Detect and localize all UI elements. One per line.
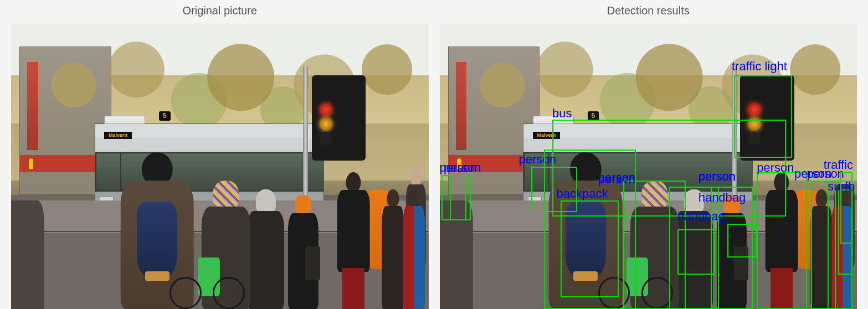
comparison-container: Original picture 5 Malvern 151 [0, 0, 868, 309]
detection-image: 5 Malvern 151 [440, 24, 857, 309]
person-right-2 [399, 189, 429, 309]
tram-roof-unit [104, 116, 145, 124]
tram-roof-unit [533, 116, 574, 124]
red-lamp-icon [748, 103, 761, 116]
traffic-light-left-icon [317, 86, 336, 149]
amber-lamp-icon [748, 117, 761, 131]
off-lamp-icon [748, 132, 761, 145]
traffic-light-right-icon [769, 86, 788, 149]
person-black-coat [328, 172, 378, 309]
red-lamp-icon [320, 103, 333, 116]
bicycle-icon [598, 269, 674, 309]
detection-title: Detection results [440, 0, 857, 24]
traffic-light-right-icon [341, 86, 359, 149]
bicycle-icon [170, 269, 245, 309]
original-image: 5 Malvern 151 [11, 24, 429, 309]
tram-route-badge: 5 [588, 111, 599, 121]
amber-lamp-icon [320, 117, 333, 131]
person-edge [440, 200, 473, 309]
traffic-light-left-icon [745, 86, 764, 149]
person-black-coat [757, 172, 807, 309]
person-right-2 [828, 189, 857, 309]
tram-destination-sign: Malvern [533, 132, 560, 139]
person-edge [11, 200, 44, 309]
off-lamp-icon [320, 132, 333, 145]
detection-panel: Detection results 5 Malvern 151 [440, 0, 857, 309]
tram-destination-sign: Malvern [104, 132, 131, 139]
original-panel: Original picture 5 Malvern 151 [11, 0, 429, 309]
original-title: Original picture [11, 0, 429, 24]
tram-route-badge: 5 [159, 111, 171, 121]
